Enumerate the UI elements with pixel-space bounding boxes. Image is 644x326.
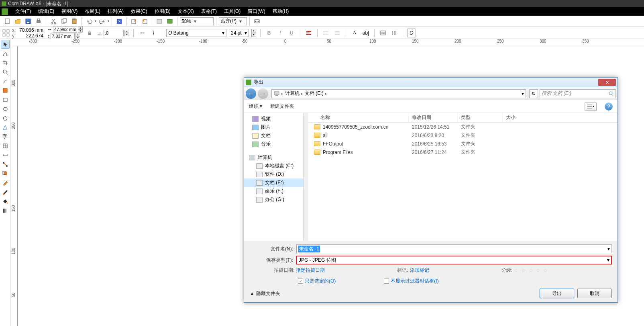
app-launcher-button[interactable] — [155, 17, 164, 26]
back-button[interactable]: ← — [246, 88, 256, 99]
paste-button[interactable] — [69, 17, 79, 26]
welcome-button[interactable] — [165, 17, 175, 26]
tree-item[interactable]: 音乐 — [244, 140, 303, 148]
view-mode-button[interactable]: ▾ — [585, 103, 597, 111]
filename-input[interactable]: 未命名 -1 ▾ — [296, 244, 612, 253]
tree-item[interactable]: 文档 — [244, 131, 303, 140]
dialog-titlebar[interactable]: 导出 ✕ — [244, 78, 618, 87]
pick-tool[interactable] — [1, 40, 10, 49]
tree-item[interactable]: 视频 — [244, 115, 303, 123]
tree-item-computer[interactable]: 计算机 — [244, 153, 303, 162]
column-headers[interactable]: 名称 修改日期 类型 大小 — [308, 113, 618, 123]
col-size[interactable]: 大小 — [503, 113, 618, 122]
angle-spinner[interactable]: ▲▼ — [124, 30, 129, 36]
menu-effects[interactable]: 效果(C) — [128, 7, 151, 16]
chevron-down-icon[interactable]: ▾ — [522, 91, 524, 96]
close-button[interactable]: ✕ — [598, 79, 616, 86]
file-row[interactable]: Program Files 2016/6/27 11:24 文件夹 — [308, 148, 618, 156]
chevron-down-icon[interactable]: ▾ — [607, 257, 609, 263]
menu-tools[interactable]: 工具(O) — [221, 7, 244, 16]
new-folder-button[interactable]: 新建文件夹 — [270, 103, 294, 110]
bullet-button[interactable] — [322, 29, 330, 37]
zoom-tool[interactable] — [1, 68, 10, 76]
import-button[interactable] — [129, 17, 139, 26]
tree-item[interactable]: 图片 — [244, 123, 303, 131]
mirror-v-button[interactable] — [149, 29, 158, 37]
snap-combo[interactable]: 贴齐(P) ▾ — [219, 17, 247, 25]
tree-item[interactable]: 办公 (G:) — [244, 195, 303, 204]
lock-ratio-button[interactable] — [85, 29, 94, 37]
outline-tool[interactable] — [1, 188, 10, 197]
tree-scrollbar[interactable] — [304, 113, 308, 241]
folder-tree[interactable]: 视频 图片 文档 音乐 计算机 本地磁盘 (C:) 软件 (D:) 文档 (E:… — [244, 113, 304, 241]
dropcap-button[interactable] — [333, 29, 342, 37]
filetype-combo[interactable]: JPG - JPEG 位图 ▾ — [296, 256, 612, 264]
redo-dropdown-icon[interactable]: ▾ — [108, 19, 109, 23]
menu-table[interactable]: 表格(T) — [198, 7, 220, 16]
bold-button[interactable]: B — [265, 29, 273, 37]
redo-button[interactable] — [97, 17, 107, 26]
font-combo[interactable]: O Batang ▾ — [166, 29, 226, 37]
font-size-spinner[interactable]: ▲▼ — [251, 29, 256, 37]
opentype-button[interactable]: O — [407, 29, 416, 37]
tree-item-selected[interactable]: 文档 (E:) — [244, 178, 303, 187]
col-date[interactable]: 修改日期 — [409, 113, 458, 122]
text-direction-v-button[interactable] — [390, 29, 399, 37]
breadcrumb[interactable]: ▸ 计算机 ▸ 文档 (E:) ▸ ▾ — [271, 89, 526, 98]
menu-bitmap[interactable]: 位图(B) — [151, 7, 174, 16]
text-direction-h-button[interactable] — [379, 29, 387, 37]
hide-folders-toggle[interactable]: ▲隐藏文件夹 — [250, 290, 280, 297]
new-button[interactable] — [2, 17, 12, 26]
menu-file[interactable]: 文件(F) — [12, 7, 34, 16]
underline-button[interactable]: U — [287, 29, 296, 37]
rating-stars[interactable]: ☆ ☆ ☆ ☆ ☆ — [514, 268, 548, 273]
interactive-fill-tool[interactable] — [1, 206, 10, 215]
interactive-tool[interactable] — [1, 169, 10, 178]
forward-button[interactable]: → — [258, 88, 268, 99]
table-tool[interactable] — [1, 141, 10, 150]
organize-menu[interactable]: 组织 ▾ — [249, 103, 262, 110]
menu-edit[interactable]: 编辑(E) — [35, 7, 57, 16]
search-input[interactable]: 搜索 文档 (E:) — [540, 89, 616, 98]
tree-item[interactable]: 软件 (D:) — [244, 170, 303, 178]
export-button[interactable] — [140, 17, 149, 26]
only-selected-checkbox[interactable]: ✓只是选定的(O) — [298, 278, 336, 285]
file-row[interactable]: 1409557709505_zcool.com.cn 2015/12/26 14… — [308, 123, 618, 131]
height-spinner[interactable]: ▲▼ — [75, 33, 80, 39]
col-name[interactable]: 名称 — [308, 113, 409, 122]
edit-text-button[interactable]: ab| — [361, 29, 370, 37]
copy-button[interactable] — [59, 17, 69, 26]
refresh-button[interactable]: ↻ — [529, 89, 538, 98]
shape-tool[interactable] — [1, 49, 10, 58]
options-button[interactable] — [252, 17, 262, 26]
align-left-button[interactable] — [304, 29, 313, 37]
col-type[interactable]: 类型 — [458, 113, 503, 122]
char-format-button[interactable]: A — [350, 29, 359, 37]
undo-button[interactable] — [84, 17, 94, 26]
width-spinner[interactable]: ▲▼ — [78, 26, 83, 33]
menu-view[interactable]: 视图(V) — [58, 7, 81, 16]
zoom-combo[interactable]: 58% ▾ — [180, 17, 214, 25]
height-input[interactable] — [51, 33, 75, 39]
width-input[interactable] — [53, 26, 77, 33]
tree-item[interactable]: 本地磁盘 (C:) — [244, 162, 303, 170]
freehand-tool[interactable] — [1, 77, 10, 86]
italic-button[interactable]: I — [276, 29, 285, 37]
rectangle-tool[interactable] — [1, 95, 10, 104]
ellipse-tool[interactable] — [1, 105, 10, 113]
undo-dropdown-icon[interactable]: ▾ — [95, 19, 96, 23]
chevron-down-icon[interactable]: ▾ — [607, 246, 610, 252]
file-row[interactable]: ali 2016/6/23 9:20 文件夹 — [308, 131, 618, 139]
eyedropper-tool[interactable] — [1, 178, 10, 187]
angle-input[interactable] — [104, 30, 124, 36]
fill-tool[interactable] — [1, 197, 10, 206]
polygon-tool[interactable] — [1, 114, 10, 123]
save-button[interactable] — [23, 17, 33, 26]
crop-tool[interactable] — [1, 58, 10, 67]
file-row[interactable]: FFOutput 2016/6/25 16:53 文件夹 — [308, 139, 618, 148]
print-button[interactable] — [34, 17, 43, 26]
menu-arrange[interactable]: 排列(A) — [104, 7, 127, 16]
connector-tool[interactable] — [1, 160, 10, 169]
font-size-combo[interactable]: 24 pt▾ — [229, 29, 249, 37]
dimension-tool[interactable] — [1, 151, 10, 160]
